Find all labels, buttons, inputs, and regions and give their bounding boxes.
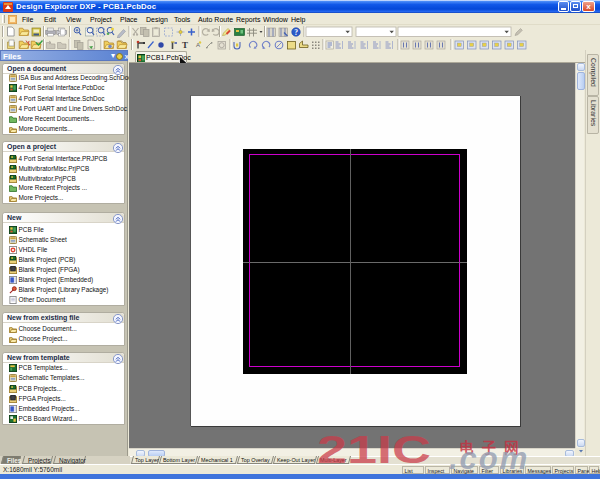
svg-text:?: ? [294,28,298,37]
svg-text:T: T [182,40,188,50]
